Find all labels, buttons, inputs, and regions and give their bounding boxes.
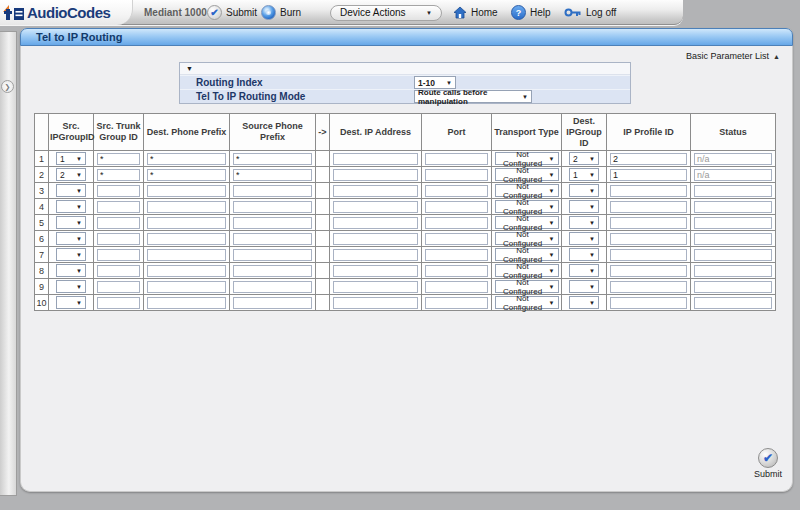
dest-ip-address-input[interactable] <box>333 281 418 293</box>
dest-ip-address-input[interactable] <box>333 233 418 245</box>
status-input[interactable] <box>694 249 772 261</box>
dest-ip-address-input[interactable] <box>333 201 418 213</box>
src-ipgroup-select[interactable]: ▼ <box>56 264 86 277</box>
dest-ipgroup-select[interactable]: ▼ <box>569 296 599 309</box>
src-ipgroup-select[interactable]: ▼ <box>56 296 86 309</box>
port-input[interactable] <box>425 297 488 309</box>
src-trunk-input[interactable] <box>97 249 140 261</box>
src-trunk-input[interactable] <box>97 169 140 181</box>
ip-profile-id-input[interactable] <box>610 185 687 197</box>
status-input[interactable] <box>694 169 772 181</box>
ip-profile-id-input[interactable] <box>610 153 687 165</box>
source-phone-prefix-input[interactable] <box>233 153 312 165</box>
dest-ipgroup-select[interactable]: 2 ▼ <box>569 152 599 165</box>
burn-button[interactable]: Burn <box>261 0 301 25</box>
transport-type-select[interactable]: Not Configured ▼ <box>495 184 559 197</box>
transport-type-select[interactable]: Not Configured ▼ <box>495 264 559 277</box>
dest-ipgroup-select[interactable]: ▼ <box>569 216 599 229</box>
dest-ipgroup-select[interactable]: 1 ▼ <box>569 168 599 181</box>
dest-phone-prefix-input[interactable] <box>147 249 226 261</box>
port-input[interactable] <box>425 281 488 293</box>
dest-ip-address-input[interactable] <box>333 169 418 181</box>
dest-ipgroup-select[interactable]: ▼ <box>569 200 599 213</box>
dest-phone-prefix-input[interactable] <box>147 169 226 181</box>
src-ipgroup-select[interactable]: ▼ <box>56 200 86 213</box>
help-button[interactable]: ? Help <box>511 0 551 25</box>
device-actions-dropdown[interactable]: Device Actions ▼ <box>330 0 442 25</box>
dest-ip-address-input[interactable] <box>333 297 418 309</box>
ip-profile-id-input[interactable] <box>610 201 687 213</box>
source-phone-prefix-input[interactable] <box>233 217 312 229</box>
source-phone-prefix-input[interactable] <box>233 265 312 277</box>
transport-type-select[interactable]: Not Configured ▼ <box>495 280 559 293</box>
src-ipgroup-select[interactable]: 2 ▼ <box>56 168 86 181</box>
dest-ip-address-input[interactable] <box>333 185 418 197</box>
status-input[interactable] <box>694 281 772 293</box>
src-trunk-input[interactable] <box>97 217 140 229</box>
port-input[interactable] <box>425 153 488 165</box>
basic-parameter-list-link[interactable]: Basic Parameter List ▲ <box>686 51 780 61</box>
src-trunk-input[interactable] <box>97 201 140 213</box>
source-phone-prefix-input[interactable] <box>233 297 312 309</box>
port-input[interactable] <box>425 185 488 197</box>
transport-type-select[interactable]: Not Configured ▼ <box>495 232 559 245</box>
src-trunk-input[interactable] <box>97 185 140 197</box>
port-input[interactable] <box>425 265 488 277</box>
status-input[interactable] <box>694 265 772 277</box>
src-ipgroup-select[interactable]: ▼ <box>56 248 86 261</box>
port-input[interactable] <box>425 249 488 261</box>
src-ipgroup-select[interactable]: ▼ <box>56 280 86 293</box>
port-input[interactable] <box>425 169 488 181</box>
dest-phone-prefix-input[interactable] <box>147 185 226 197</box>
src-trunk-input[interactable] <box>97 297 140 309</box>
submit-button[interactable]: ✔ Submit <box>207 0 257 25</box>
source-phone-prefix-input[interactable] <box>233 169 312 181</box>
ip-profile-id-input[interactable] <box>610 265 687 277</box>
logoff-button[interactable]: Log off <box>564 0 616 25</box>
collapse-parameters-button[interactable]: ▼ <box>180 63 630 75</box>
ip-profile-id-input[interactable] <box>610 281 687 293</box>
source-phone-prefix-input[interactable] <box>233 233 312 245</box>
src-trunk-input[interactable] <box>97 281 140 293</box>
ip-profile-id-input[interactable] <box>610 217 687 229</box>
status-input[interactable] <box>694 297 772 309</box>
src-ipgroup-select[interactable]: 1 ▼ <box>56 152 86 165</box>
src-trunk-input[interactable] <box>97 153 140 165</box>
status-input[interactable] <box>694 201 772 213</box>
ip-profile-id-input[interactable] <box>610 297 687 309</box>
source-phone-prefix-input[interactable] <box>233 185 312 197</box>
source-phone-prefix-input[interactable] <box>233 201 312 213</box>
dest-phone-prefix-input[interactable] <box>147 217 226 229</box>
transport-type-select[interactable]: Not Configured ▼ <box>495 216 559 229</box>
home-button[interactable]: Home <box>453 0 498 25</box>
dest-ipgroup-select[interactable]: ▼ <box>569 280 599 293</box>
src-ipgroup-select[interactable]: ▼ <box>56 232 86 245</box>
dest-ip-address-input[interactable] <box>333 217 418 229</box>
dest-phone-prefix-input[interactable] <box>147 233 226 245</box>
dest-ipgroup-select[interactable]: ▼ <box>569 184 599 197</box>
transport-type-select[interactable]: Not Configured ▼ <box>495 168 559 181</box>
dest-ipgroup-select[interactable]: ▼ <box>569 264 599 277</box>
dest-phone-prefix-input[interactable] <box>147 281 226 293</box>
status-input[interactable] <box>694 153 772 165</box>
submit-footer-button[interactable]: ✔ Submit <box>754 448 782 479</box>
port-input[interactable] <box>425 201 488 213</box>
dest-phone-prefix-input[interactable] <box>147 297 226 309</box>
status-input[interactable] <box>694 217 772 229</box>
dest-ip-address-input[interactable] <box>333 153 418 165</box>
routing-mode-select[interactable]: Route calls before manipulation ▼ <box>414 90 532 103</box>
transport-type-select[interactable]: Not Configured ▼ <box>495 200 559 213</box>
port-input[interactable] <box>425 233 488 245</box>
dest-phone-prefix-input[interactable] <box>147 201 226 213</box>
dest-ip-address-input[interactable] <box>333 265 418 277</box>
ip-profile-id-input[interactable] <box>610 169 687 181</box>
ip-profile-id-input[interactable] <box>610 233 687 245</box>
dest-ipgroup-select[interactable]: ▼ <box>569 248 599 261</box>
dest-ipgroup-select[interactable]: ▼ <box>569 232 599 245</box>
dest-ip-address-input[interactable] <box>333 249 418 261</box>
transport-type-select[interactable]: Not Configured ▼ <box>495 152 559 165</box>
ip-profile-id-input[interactable] <box>610 249 687 261</box>
src-trunk-input[interactable] <box>97 265 140 277</box>
source-phone-prefix-input[interactable] <box>233 249 312 261</box>
source-phone-prefix-input[interactable] <box>233 281 312 293</box>
